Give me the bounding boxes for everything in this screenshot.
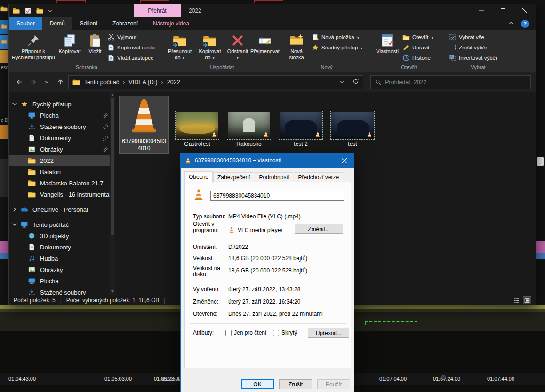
rename-button[interactable]: Přejmenovat	[250, 31, 280, 63]
qat-new-folder-icon[interactable]	[36, 8, 43, 14]
sidebar-item-3d-objekty[interactable]: 3D objekty	[9, 230, 115, 241]
change-button[interactable]: Změnit...	[295, 224, 343, 234]
explorer-titlebar[interactable]: Přehrát 2022	[9, 4, 536, 17]
breadcrumb-videa-d[interactable]: VIDEA (D:)	[127, 79, 159, 86]
sidebar-item-plocha[interactable]: Plocha	[9, 110, 115, 121]
open-button[interactable]: Otevřít	[401, 32, 435, 42]
qat-dropdown-icon[interactable]	[48, 7, 52, 15]
apply-button[interactable]: Použít	[317, 379, 350, 389]
sidebar-this-pc[interactable]: Tento počítač	[9, 219, 115, 230]
select-none-button[interactable]: Zrušit výběr	[448, 42, 499, 53]
sidebar-item-obrazky[interactable]: Obrázky	[9, 144, 115, 155]
breadcrumb-chevron[interactable]	[161, 79, 163, 86]
editor-panel-block	[0, 159, 8, 197]
tab-zobrazeni[interactable]: Zobrazení	[105, 17, 145, 30]
timeline-playhead[interactable]	[444, 305, 444, 382]
file-item-test[interactable]: test	[331, 112, 374, 148]
sidebar-item-hudba[interactable]: Hudba	[9, 253, 115, 264]
cut-button[interactable]: Vyjmout	[106, 32, 156, 42]
ribbon: Připnout k Rychlému přístupu Kopírovat V…	[9, 30, 536, 72]
readonly-checkbox[interactable]	[225, 330, 232, 336]
new-folder-button[interactable]: Nová složka	[283, 31, 310, 63]
timeline-playhead-knob[interactable]	[441, 375, 446, 380]
details-view-icon[interactable]	[513, 297, 521, 304]
collapse-ribbon-icon[interactable]	[509, 20, 513, 27]
sidebar-item-madarsko-balaton[interactable]: Maďarsko Balaton 21.7. - 24.	[9, 177, 115, 189]
tab-zabezpeceni[interactable]: Zabezpečení	[213, 172, 254, 182]
file-item-test-2[interactable]: test 2	[279, 112, 322, 148]
dialog-close-button[interactable]	[334, 153, 354, 168]
video-tools-play-tab[interactable]: Přehrát	[134, 4, 181, 17]
sidebar-item-stazene-soubory[interactable]: Stažené soubory	[9, 121, 115, 132]
invert-selection-button[interactable]: Invertovat výběr	[448, 53, 499, 63]
tab-podrobnosti[interactable]: Podrobnosti	[255, 172, 293, 182]
sidebar-onedrive[interactable]: OneDrive - Personal	[9, 204, 115, 215]
forward-button[interactable]	[27, 76, 40, 88]
sidebar-item-balaton[interactable]: Balaton	[9, 166, 115, 177]
maximize-button[interactable]	[492, 4, 514, 17]
pin-to-quick-access-button[interactable]: Připnout k Rychlému přístupu	[12, 31, 55, 63]
chevron-down-icon[interactable]	[12, 222, 17, 227]
tab-domu[interactable]: Domů	[42, 17, 72, 30]
properties-button[interactable]: Vlastnosti	[374, 31, 401, 63]
qat-properties-icon[interactable]	[24, 8, 32, 14]
sidebar-item-pc-plocha[interactable]: Plocha	[9, 275, 115, 287]
sidebar-item-2022[interactable]: 2022	[9, 155, 115, 166]
help-icon[interactable]: ?	[521, 20, 529, 28]
this-pc-icon	[20, 221, 28, 228]
chevron-right-icon[interactable]	[12, 207, 17, 212]
easy-access-button[interactable]: Snadný přístup	[310, 42, 365, 53]
scrollbar-thumb[interactable]	[111, 98, 114, 235]
tab-predchozi-verze[interactable]: Předchozí verze	[294, 172, 343, 182]
close-button[interactable]	[514, 4, 536, 17]
sidebar-item-pc-obrazky[interactable]: Obrázky	[9, 264, 115, 275]
paste-button[interactable]: Vložit	[84, 31, 106, 63]
sidebar-item-vangelis[interactable]: Vangelis - 16 Instrumental H	[9, 189, 115, 200]
address-dropdown-icon[interactable]	[340, 79, 344, 86]
ok-button[interactable]: OK	[241, 379, 274, 389]
breadcrumb-tento-pocitac[interactable]: Tento počítač	[82, 79, 121, 86]
up-button[interactable]	[55, 76, 67, 88]
minimize-button[interactable]	[471, 4, 492, 17]
hidden-checkbox[interactable]	[273, 330, 279, 336]
copy-path-button[interactable]: Kopírovat cestu	[106, 42, 156, 53]
scroll-down-icon[interactable]	[111, 290, 114, 293]
history-button[interactable]: Historie	[401, 53, 435, 63]
folder-icon	[28, 179, 36, 187]
address-bar[interactable]: Tento počítač VIDEA (D:) 2022	[68, 75, 364, 89]
select-all-button[interactable]: Vybrat vše	[448, 32, 499, 42]
copy-to-button[interactable]: Kopírovat do	[195, 31, 225, 63]
move-to-button[interactable]: Přesunout do	[165, 31, 195, 63]
copy-button[interactable]: Kopírovat	[55, 31, 84, 63]
breadcrumb-2022[interactable]: 2022	[165, 79, 182, 86]
file-item-gastrofest[interactable]: Gastrofest	[176, 112, 219, 148]
advanced-button[interactable]: Upřesnit...	[308, 328, 349, 338]
tab-sdileni[interactable]: Sdílení	[72, 17, 105, 30]
new-item-button[interactable]: Nová položka	[310, 32, 365, 42]
cancel-button[interactable]: Zrušit	[279, 379, 312, 389]
breadcrumb-chevron[interactable]	[123, 79, 125, 86]
edit-button[interactable]: Upravit	[401, 42, 435, 53]
tab-soubor[interactable]: Soubor	[9, 17, 42, 30]
chevron-down-icon[interactable]	[12, 101, 17, 107]
sidebar-quick-access[interactable]: Rychlý přístup	[9, 98, 115, 110]
sidebar-item-pc-stazene-soubory[interactable]: Stažené soubory	[9, 287, 115, 295]
sidebar-scrollbar[interactable]	[110, 92, 115, 295]
back-button[interactable]	[14, 76, 26, 88]
large-icons-view-icon[interactable]	[523, 297, 531, 304]
sidebar-item-dokumenty[interactable]: Dokumenty	[9, 132, 115, 144]
scroll-up-icon[interactable]	[111, 94, 114, 96]
delete-button[interactable]: Odstranit	[225, 31, 250, 63]
dialog-titlebar[interactable]: 637998830045834010 – vlastnosti	[181, 153, 354, 168]
filename-input[interactable]	[210, 191, 344, 201]
refresh-icon[interactable]	[346, 78, 359, 86]
tab-obecne[interactable]: Obecné	[184, 171, 213, 183]
paste-shortcut-button[interactable]: Vložit zástupce	[106, 53, 156, 63]
search-input[interactable]	[385, 79, 526, 86]
recent-locations-icon[interactable]	[41, 76, 53, 88]
file-item-637998830045834010[interactable]: 637998830045834010	[119, 96, 169, 154]
file-item-rakousko[interactable]: Rakousko	[227, 112, 271, 148]
tab-nastroje-videa[interactable]: Nástroje videa	[145, 17, 197, 30]
sidebar-item-pc-dokumenty[interactable]: Dokumenty	[9, 241, 115, 253]
qat-folder-icon[interactable]	[13, 8, 20, 14]
